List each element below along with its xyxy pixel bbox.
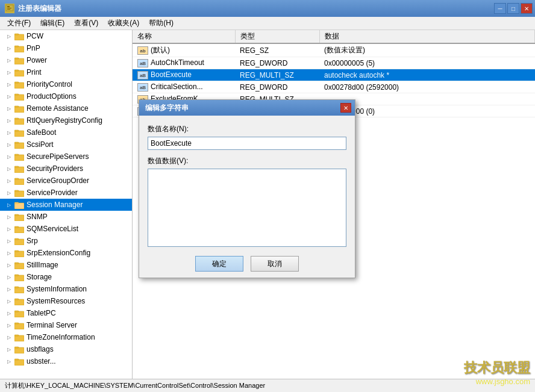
tree-item[interactable]: ▷ ServiceProvider	[0, 187, 132, 199]
cell-type: REG_MULTI_SZ	[235, 69, 319, 81]
svg-rect-24	[14, 155, 24, 161]
svg-rect-29	[14, 178, 19, 179]
svg-rect-50	[14, 311, 24, 317]
folder-icon	[14, 164, 24, 173]
menu-edit[interactable]: 编辑(E)	[36, 17, 69, 30]
tree-item-label: usbster...	[27, 357, 56, 366]
ok-button[interactable]: 确定	[195, 256, 243, 272]
tree-item-label: Print	[27, 68, 42, 76]
menu-file[interactable]: 文件(F)	[2, 17, 36, 30]
table-row[interactable]: ab(默认)REG_SZ(数值未设置)	[133, 43, 535, 57]
tree-item[interactable]: ▷ TimeZoneInformation	[0, 331, 132, 343]
svg-rect-59	[14, 359, 19, 360]
svg-rect-58	[14, 359, 24, 366]
svg-rect-53	[14, 323, 19, 324]
table-row[interactable]: aBBootExecuteREG_MULTI_SZautocheck autoc…	[133, 69, 535, 81]
tree-item[interactable]: ▷ Storage	[0, 271, 132, 283]
expand-icon: ▷	[5, 116, 13, 125]
tree-item-label: SecurityProviders	[27, 164, 83, 173]
tree-item[interactable]: ▷ Srp	[0, 235, 132, 247]
tree-item[interactable]: ▷ SrpExtensionConfig	[0, 247, 132, 259]
folder-icon	[14, 68, 24, 76]
tree-item[interactable]: ▷ StillImage	[0, 259, 132, 271]
expand-icon: ▷	[5, 56, 13, 64]
svg-rect-30	[14, 191, 24, 197]
registry-tree[interactable]: ▷ PCW▷ PnP▷ Power▷ Print▷ PriorityContro…	[0, 30, 133, 379]
tree-item-label: SafeBoot	[27, 128, 56, 137]
tree-item[interactable]: ▷ TabletPC	[0, 307, 132, 319]
svg-rect-4	[14, 34, 24, 40]
cancel-button[interactable]: 取消	[251, 256, 299, 272]
tree-item[interactable]: ▷ Session Manager	[0, 199, 132, 211]
watermark-line1: 技术员联盟	[464, 359, 530, 377]
value-name-input[interactable]	[148, 137, 346, 150]
tree-item[interactable]: ▷ SystemResources	[0, 295, 132, 307]
svg-rect-7	[14, 46, 19, 47]
cell-name: aBAutoChkTimeout	[133, 57, 235, 69]
folder-icon	[14, 261, 24, 269]
dialog-buttons: 确定 取消	[148, 256, 346, 272]
svg-rect-47	[14, 287, 19, 288]
folder-icon	[14, 140, 24, 149]
tree-item-label: Power	[27, 56, 47, 64]
tree-item[interactable]: ▷ usbflags	[0, 343, 132, 355]
svg-rect-10	[14, 70, 24, 76]
folder-icon	[14, 56, 24, 64]
svg-rect-15	[14, 94, 19, 95]
expand-icon: ▷	[5, 297, 13, 305]
svg-rect-14	[14, 95, 24, 101]
tree-item[interactable]: ▷ Terminal Server	[0, 319, 132, 331]
tree-item[interactable]: ▷ ProductOptions	[0, 90, 132, 102]
tree-item[interactable]: ▷ SecurityProviders	[0, 163, 132, 175]
value-data-textarea[interactable]	[148, 169, 346, 247]
tree-item[interactable]: ▷ usbster...	[0, 355, 132, 367]
dialog-title-bar: 编辑多字符串 ✕	[139, 100, 355, 116]
table-row[interactable]: aBAutoChkTimeoutREG_DWORD0x00000005 (5)	[133, 57, 535, 69]
svg-rect-13	[14, 82, 19, 83]
maximize-button[interactable]: □	[507, 3, 519, 14]
expand-icon: ▷	[5, 201, 13, 209]
tree-item[interactable]: ▷ Remote Assistance	[0, 102, 132, 114]
watermark: 技术员联盟 www.jsgho.com	[464, 359, 530, 386]
cell-name: aBCriticalSection...	[133, 81, 235, 93]
tree-item-label: TabletPC	[27, 309, 56, 317]
close-button[interactable]: ✕	[521, 3, 533, 14]
tree-item[interactable]: ▷ ScsiPort	[0, 138, 132, 151]
tree-item-label: PCW	[27, 32, 43, 40]
tree-item[interactable]: ▷ RtlQueryRegistryConfig	[0, 114, 132, 126]
expand-icon: ▷	[5, 333, 13, 341]
tree-item[interactable]: ▷ Print	[0, 66, 132, 78]
minimize-button[interactable]: ─	[494, 3, 506, 14]
folder-icon	[14, 152, 24, 161]
folder-icon	[14, 44, 24, 52]
tree-item[interactable]: ▷ SafeBoot	[0, 126, 132, 138]
expand-icon: ▷	[5, 44, 13, 52]
tree-item[interactable]: ▷ Power	[0, 54, 132, 66]
tree-item[interactable]: ▷ ServiceGroupOrder	[0, 175, 132, 187]
tree-item[interactable]: ▷ SNMP	[0, 211, 132, 223]
menu-favorites[interactable]: 收藏夹(A)	[103, 17, 144, 30]
folder-icon	[14, 357, 24, 366]
menu-view[interactable]: 查看(V)	[69, 17, 103, 30]
svg-rect-25	[14, 154, 19, 155]
svg-rect-5	[14, 34, 19, 35]
tree-item[interactable]: ▷ SystemInformation	[0, 283, 132, 295]
tree-item[interactable]: ▷ SQMServiceList	[0, 223, 132, 235]
expand-icon: ▷	[5, 237, 13, 245]
dialog-close-button[interactable]: ✕	[340, 103, 351, 113]
cell-data: autocheck autochk *	[319, 69, 535, 81]
menu-help[interactable]: 帮助(H)	[144, 17, 178, 30]
tree-item[interactable]: ▷ SecurePipeServers	[0, 151, 132, 163]
svg-rect-9	[14, 58, 19, 59]
expand-icon: ▷	[5, 261, 13, 269]
svg-rect-36	[14, 227, 24, 233]
svg-rect-54	[14, 335, 24, 341]
tree-item[interactable]: ▷ PnP	[0, 42, 132, 54]
tree-item[interactable]: ▷ PriorityControl	[0, 78, 132, 90]
table-row[interactable]: aBCriticalSection...REG_DWORD0x00278d00 …	[133, 81, 535, 93]
svg-rect-40	[14, 251, 24, 257]
tree-item-label: StillImage	[27, 261, 58, 269]
expand-icon: ▷	[5, 32, 13, 40]
tree-item[interactable]: ▷ PCW	[0, 30, 132, 42]
tree-item-label: SecurePipeServers	[27, 152, 89, 161]
